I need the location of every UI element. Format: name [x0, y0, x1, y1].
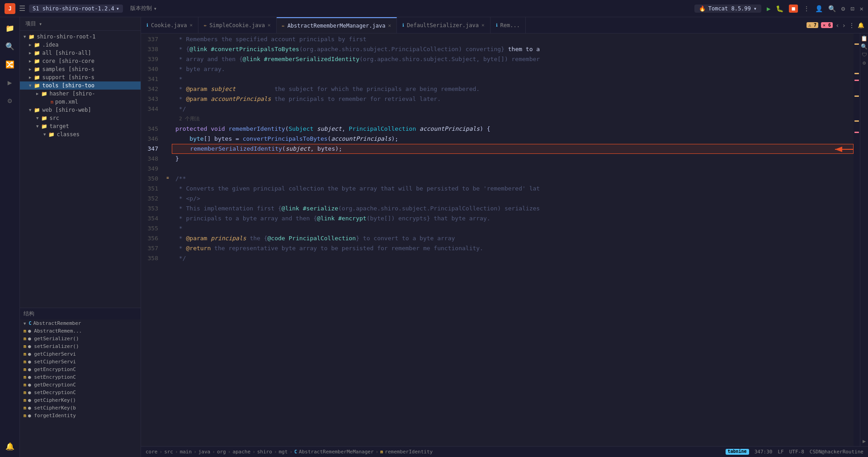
struct-item-setCipherServi[interactable]: m ● setCipherServi [20, 358, 141, 366]
line-num-340: 340 [141, 64, 158, 74]
tab-label: AbstractRememberMeManager.java [288, 23, 386, 29]
tab-simplecookie[interactable]: ✏ SimpleCookie.java ✕ [198, 17, 276, 33]
right-panel-icon-2[interactable]: 🔍 [861, 43, 868, 50]
code-content[interactable]: * Remembers the specified account princi… [172, 33, 854, 446]
tab-defaultserializer[interactable]: ℹ DefaultSerializer.java ✕ [397, 17, 491, 33]
debug-button[interactable]: 🐛 [776, 5, 783, 12]
tab-label: SimpleCookie.java [209, 22, 265, 29]
tomcat-label: Tomcat 8.5.99 [708, 5, 751, 12]
activity-run[interactable]: ▶ [3, 75, 17, 90]
tab-more[interactable]: ⋮ [849, 22, 855, 29]
tomcat-selector[interactable]: 🔥 Tomcat 8.5.99 ▾ [694, 5, 761, 13]
tab-cookie[interactable]: ℹ Cookie.java ✕ [141, 17, 198, 33]
tab-icon: ✏ [204, 23, 207, 28]
expand-arrow: ▶ [29, 43, 31, 47]
tree-item-target[interactable]: ▼ 📁 target [20, 122, 141, 130]
class-icon: C [28, 321, 31, 326]
line-num-empty [141, 114, 158, 124]
tab-close[interactable]: ✕ [388, 23, 391, 29]
project-selector[interactable]: S1 shiro-shiro-root-1.2.4 ▾ [29, 5, 123, 13]
struct-item-getCipherKey[interactable]: m ● getCipherKey() [20, 396, 141, 404]
tree-item-label: hasher [shiro- [49, 90, 95, 97]
right-panel-icon-5[interactable]: ▶ [863, 438, 866, 444]
tree-item-pomxml[interactable]: m pom.xml [20, 98, 141, 106]
struct-item-getCipherServi[interactable]: m ● getCipherServi [20, 350, 141, 358]
line-num-358: 358 [141, 253, 158, 263]
struct-label: ● AbstractRemem... [28, 328, 82, 334]
tree-item-hasher[interactable]: ▶ 📁 hasher [shiro- [20, 90, 141, 98]
method-icon: m [24, 390, 26, 395]
line-num-354: 354 [141, 214, 158, 224]
tab-scroll-right[interactable]: › [842, 22, 846, 29]
run-button[interactable]: ▶ [767, 5, 770, 12]
tree-item-idea[interactable]: ▶ 📁 .idea [20, 41, 141, 49]
settings-icon[interactable]: ⚙ [841, 5, 845, 12]
tree-item-samples[interactable]: ▶ 📁 samples [shiro-s [20, 65, 141, 73]
activity-search[interactable]: 🔍 [3, 39, 17, 53]
struct-item-getEncryption[interactable]: m ● getEncryptionC [20, 366, 141, 373]
search-icon[interactable]: 🔍 [828, 5, 836, 12]
struct-item-getSerializer[interactable]: m ● getSerializer() [20, 335, 141, 343]
struct-item-setSerializer[interactable]: m ● setSerializer() [20, 343, 141, 350]
expand-arrow: ▼ [24, 34, 26, 39]
code-line-357: * @return the representative byte array … [172, 243, 854, 253]
tree-item-root[interactable]: ▼ 📁 shiro-shiro-root-1 [20, 33, 141, 41]
profile-icon[interactable]: 👤 [815, 5, 823, 12]
right-panel-icon-1[interactable]: 📋 [861, 35, 868, 42]
activity-bar-bottom: 🔔 [3, 439, 17, 453]
bc-core: core [146, 449, 158, 455]
struct-item-setDecryption[interactable]: m ● setDecryptionC [20, 389, 141, 396]
line-num-348: 348 [141, 154, 158, 164]
line-num-343: 343 [141, 94, 158, 104]
bc-java: java [198, 449, 211, 455]
activity-explorer[interactable]: 📁 [3, 21, 17, 35]
right-panel: 📋 🔍 🛡 ⚙ ▶ [860, 33, 868, 446]
notifications-icon[interactable]: 🔔 [858, 22, 864, 29]
tree-item-label: core [shiro-core [42, 58, 94, 64]
tab-label: Rem... [500, 22, 520, 29]
bc-class-icon: C [294, 449, 297, 454]
tab-close[interactable]: ✕ [481, 22, 485, 28]
tree-item-label: .idea [42, 42, 58, 48]
version-control[interactable]: 版本控制 ▾ [130, 5, 157, 12]
struct-label: AbstractRemember [33, 320, 81, 326]
struct-item-setCipherKey[interactable]: m ● setCipherKey(b [20, 404, 141, 412]
tree-item-web[interactable]: ▼ 📁 web [shiro-web] [20, 106, 141, 114]
tree-item-all[interactable]: ▶ 📁 all [shiro-all] [20, 49, 141, 57]
tree-item-support[interactable]: ▶ 📁 support [shiro-s [20, 73, 141, 81]
activity-notifications[interactable]: 🔔 [3, 439, 17, 453]
restore-icon[interactable]: ⊡ [850, 5, 854, 12]
struct-label: ● getCipherKey() [28, 397, 76, 403]
tree-item-label: pom.xml [55, 99, 78, 105]
struct-item-class[interactable]: ▼ C AbstractRemember [20, 319, 141, 327]
tab-close[interactable]: ✕ [189, 22, 193, 28]
code-line-352: * <p/> [172, 194, 854, 204]
code-line-345: protected void rememberIdentity(Subject … [172, 124, 854, 134]
more-button[interactable]: ⋮ [803, 5, 810, 12]
tree-item-src[interactable]: ▼ 📁 src [20, 114, 141, 122]
hamburger-menu[interactable]: ☰ [19, 4, 25, 13]
stop-button[interactable]: ■ [789, 5, 797, 13]
struct-item-forgetIdentity[interactable]: m ● forgetIdentity [20, 412, 141, 419]
close-icon[interactable]: ✕ [860, 5, 863, 12]
code-line-351: * Converts the given principal collectio… [172, 184, 854, 194]
sidebar-title: 项目 [25, 20, 36, 28]
tab-abstractremembermgr[interactable]: ✏ AbstractRememberMeManager.java ✕ [277, 17, 397, 33]
tab-close[interactable]: ✕ [268, 22, 271, 28]
sidebar-chevron[interactable]: ▾ [39, 21, 42, 27]
tree-item-core[interactable]: ▶ 📁 core [shiro-core [20, 57, 141, 65]
code-line-348: } [172, 154, 854, 164]
tree-item-tools[interactable]: ▼ 📁 tools [shiro-too [20, 81, 141, 90]
struct-item-setEncryption[interactable]: m ● setEncryptionC [20, 373, 141, 381]
right-panel-icon-4[interactable]: ⚙ [863, 60, 866, 66]
activity-extensions[interactable]: ⚙ [3, 93, 17, 108]
tree-item-classes[interactable]: ▼ 📁 classes [20, 130, 141, 138]
tab-rem[interactable]: ℹ Rem... [491, 17, 526, 33]
folder-icon: 📁 [41, 115, 47, 121]
struct-item-getDecryption[interactable]: m ● getDecryptionC [20, 381, 141, 389]
activity-git[interactable]: 🔀 [3, 57, 17, 71]
struct-item-constructor[interactable]: m ● AbstractRemem... [20, 327, 141, 335]
bc-method-icon: m [380, 449, 383, 454]
tab-scroll-left[interactable]: ‹ [835, 22, 839, 29]
right-panel-icon-3[interactable]: 🛡 [862, 52, 867, 58]
